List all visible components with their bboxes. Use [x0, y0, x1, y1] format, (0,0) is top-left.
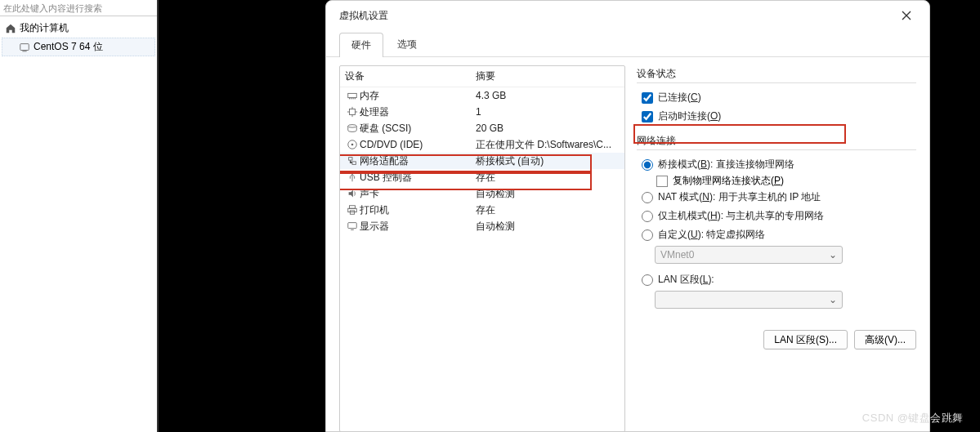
radio-lan-segment[interactable]: LAN 区段(L): [637, 270, 916, 289]
device-summary: 存在 [476, 203, 620, 217]
device-row[interactable]: 显示器自动检测 [340, 218, 624, 234]
tree-root-label: 我的计算机 [20, 21, 69, 35]
radio-input[interactable] [642, 211, 653, 222]
vm-tree: 我的计算机 CentOS 7 64 位 [0, 16, 157, 60]
device-row[interactable]: CD/DVD (IDE)正在使用文件 D:\Softwares\C... [340, 136, 624, 153]
usb-icon [345, 171, 360, 184]
dialog-title: 虚拟机设置 [339, 9, 893, 23]
disc-icon [345, 138, 360, 151]
device-summary: 自动检测 [476, 187, 620, 201]
svg-rect-8 [352, 162, 356, 165]
device-name: CD/DVD (IDE) [360, 139, 476, 150]
device-detail-panel: 设备状态 已连接(C) 启动时连接(O) 网络连接 桥接模式(B): 直接连接物… [637, 65, 916, 432]
checkbox-label: 启动时连接(O) [658, 109, 721, 123]
radio-label: LAN 区段(L): [658, 273, 714, 287]
vm-icon [19, 42, 30, 53]
tree-item-label: CentOS 7 64 位 [34, 40, 103, 54]
device-list: 设备 摘要 内存4.3 GB处理器1硬盘 (SCSI)20 GBCD/DVD (… [339, 65, 625, 432]
svg-rect-2 [348, 93, 357, 97]
device-row[interactable]: USB 控制器存在 [340, 169, 624, 185]
checkbox-connected[interactable]: 已连接(C) [637, 88, 916, 107]
checkbox-input[interactable] [656, 176, 668, 187]
advanced-button[interactable]: 高级(V)... [854, 330, 916, 350]
device-header: 设备 摘要 [340, 66, 624, 87]
svg-rect-13 [348, 223, 357, 229]
device-summary: 自动检测 [476, 220, 620, 234]
device-summary: 4.3 GB [476, 90, 620, 101]
checkbox-label: 复制物理网络连接状态(P) [673, 175, 784, 186]
device-name: USB 控制器 [360, 171, 476, 185]
device-name: 网络适配器 [360, 154, 476, 168]
device-name: 内存 [360, 89, 476, 103]
svg-rect-1 [22, 51, 26, 51]
device-row[interactable]: 网络适配器桥接模式 (自动) [340, 153, 624, 169]
checkbox-replicate-state[interactable]: 复制物理网络连接状态(P) [637, 174, 916, 188]
svg-rect-3 [350, 109, 356, 115]
radio-input[interactable] [642, 229, 653, 241]
search-input[interactable]: 在此处键入内容进行搜索 [0, 0, 157, 16]
device-row[interactable]: 内存4.3 GB [340, 87, 624, 104]
close-button[interactable] [893, 2, 920, 29]
device-row[interactable]: 处理器1 [340, 104, 624, 120]
cpu-icon [345, 105, 360, 118]
radio-host-only[interactable]: 仅主机模式(H): 与主机共享的专用网络 [637, 207, 916, 225]
vm-library-sidebar: 在此处键入内容进行搜索 我的计算机 CentOS 7 64 位 [0, 0, 159, 432]
col-device: 设备 [345, 69, 476, 83]
radio-bridged[interactable]: 桥接模式(B): 直接连接物理网络 [637, 155, 916, 174]
radio-nat[interactable]: NAT 模式(N): 用于共享主机的 IP 地址 [637, 188, 916, 207]
svg-point-4 [348, 125, 357, 128]
device-row[interactable]: 打印机存在 [340, 202, 624, 218]
svg-point-6 [351, 144, 354, 146]
radio-label: 仅主机模式(H): 与主机共享的专用网络 [658, 209, 824, 223]
button-label: LAN 区段(S)... [774, 333, 837, 347]
chevron-down-icon: ⌄ [829, 249, 837, 261]
radio-label: 自定义(U): 特定虚拟网络 [658, 228, 765, 242]
tab-hardware[interactable]: 硬件 [339, 33, 383, 57]
group-title: 网络连接 [637, 134, 916, 150]
vm-settings-dialog: 虚拟机设置 硬件 选项 设备 摘要 内存4.3 GB处理器1硬盘 (SCSI)2… [325, 0, 930, 432]
svg-rect-7 [349, 158, 352, 161]
button-row: LAN 区段(S)... 高级(V)... [763, 330, 916, 350]
lan-segment-select: ⌄ [655, 291, 843, 309]
checkbox-label: 已连接(C) [658, 91, 701, 105]
sound-icon [345, 187, 360, 200]
device-summary: 1 [476, 106, 620, 118]
device-name: 显示器 [360, 220, 476, 234]
device-row[interactable]: 声卡自动检测 [340, 185, 624, 202]
svg-rect-0 [20, 43, 29, 50]
memory-icon [345, 89, 360, 102]
watermark: CSDN @键盘会跳舞 [862, 411, 964, 425]
svg-rect-10 [350, 206, 356, 209]
display-icon [345, 220, 360, 233]
col-summary: 摘要 [476, 69, 620, 83]
select-value: VMnet0 [660, 249, 694, 261]
device-name: 处理器 [360, 105, 476, 119]
tree-root-my-computer[interactable]: 我的计算机 [2, 20, 155, 37]
device-row[interactable]: 硬盘 (SCSI)20 GB [340, 120, 624, 136]
home-icon [5, 23, 16, 34]
radio-input[interactable] [642, 159, 653, 171]
network-icon [345, 154, 360, 167]
radio-label: NAT 模式(N): 用于共享主机的 IP 地址 [658, 190, 821, 204]
lan-segments-button[interactable]: LAN 区段(S)... [763, 330, 848, 350]
group-title: 设备状态 [637, 67, 916, 83]
radio-label: 桥接模式(B): 直接连接物理网络 [658, 158, 794, 171]
checkbox-input[interactable] [642, 92, 653, 104]
radio-input[interactable] [642, 274, 653, 286]
device-summary: 桥接模式 (自动) [476, 154, 620, 168]
svg-point-9 [351, 172, 353, 174]
device-status-group: 设备状态 已连接(C) 启动时连接(O) [637, 67, 916, 126]
checkbox-input[interactable] [642, 111, 653, 122]
custom-vmnet-select: VMnet0 ⌄ [655, 246, 843, 264]
device-name: 打印机 [360, 203, 476, 217]
radio-input[interactable] [642, 192, 653, 203]
tree-item-centos7[interactable]: CentOS 7 64 位 [2, 38, 155, 56]
radio-custom[interactable]: 自定义(U): 特定虚拟网络 [637, 225, 916, 244]
printer-icon [345, 203, 360, 216]
tab-options[interactable]: 选项 [385, 32, 429, 56]
button-label: 高级(V)... [865, 333, 906, 347]
device-name: 硬盘 (SCSI) [360, 122, 476, 136]
checkbox-connect-at-power-on[interactable]: 启动时连接(O) [637, 107, 916, 126]
network-connection-group: 网络连接 桥接模式(B): 直接连接物理网络 复制物理网络连接状态(P) NAT… [637, 134, 916, 309]
device-summary: 正在使用文件 D:\Softwares\C... [476, 138, 620, 152]
